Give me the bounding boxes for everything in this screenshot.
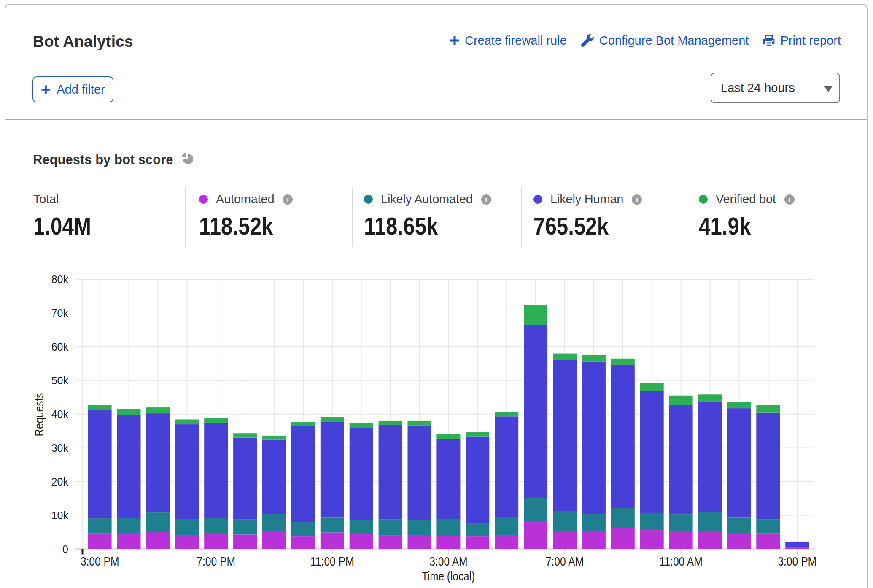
svg-text:3:00 PM: 3:00 PM xyxy=(81,555,119,568)
svg-text:3:00 PM: 3:00 PM xyxy=(778,555,816,568)
svg-text:30k: 30k xyxy=(51,442,69,454)
svg-text:7:00 PM: 7:00 PM xyxy=(197,555,235,568)
svg-text:11:00 PM: 11:00 PM xyxy=(310,555,354,568)
svg-text:11:00 AM: 11:00 AM xyxy=(659,555,702,568)
svg-text:7:00 AM: 7:00 AM xyxy=(546,555,584,568)
svg-text:40k: 40k xyxy=(51,408,69,420)
svg-text:80k: 80k xyxy=(51,273,69,285)
svg-text:20k: 20k xyxy=(51,476,69,488)
svg-text:60k: 60k xyxy=(51,341,69,353)
svg-text:10k: 10k xyxy=(51,510,69,521)
svg-text:0: 0 xyxy=(62,543,68,555)
svg-text:Requests: Requests xyxy=(32,393,46,437)
svg-text:50k: 50k xyxy=(51,375,69,386)
svg-text:70k: 70k xyxy=(51,307,69,319)
svg-text:3:00 AM: 3:00 AM xyxy=(429,555,467,568)
svg-text:Time (local): Time (local) xyxy=(422,569,475,583)
